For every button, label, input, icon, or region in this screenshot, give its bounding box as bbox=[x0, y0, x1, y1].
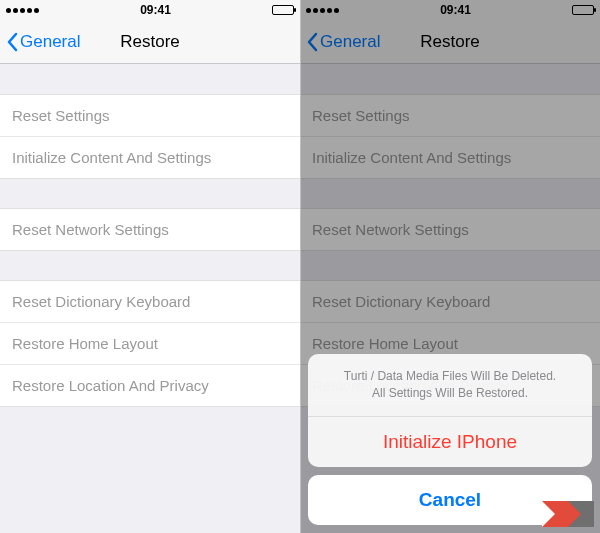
back-button[interactable]: General bbox=[0, 32, 80, 52]
action-sheet-group: Turti / Data Media Files Will Be Deleted… bbox=[308, 354, 592, 467]
sheet-message-line: Turti / Data Media Files Will Be Deleted… bbox=[324, 368, 576, 385]
settings-group: Reset Settings Initialize Content And Se… bbox=[300, 94, 600, 179]
reset-settings-cell[interactable]: Reset Settings bbox=[0, 94, 300, 137]
settings-group: Reset Settings Initialize Content And Se… bbox=[0, 94, 300, 179]
chevron-left-icon bbox=[6, 32, 18, 52]
restore-home-cell[interactable]: Restore Home Layout bbox=[0, 322, 300, 365]
restore-location-cell[interactable]: Restore Location And Privacy bbox=[0, 364, 300, 407]
screen-divider bbox=[300, 0, 301, 533]
reset-dictionary-cell[interactable]: Reset Dictionary Keyboard bbox=[300, 280, 600, 323]
settings-list: Reset Settings Initialize Content And Se… bbox=[0, 94, 300, 407]
reset-network-cell[interactable]: Reset Network Settings bbox=[0, 208, 300, 251]
initialize-iphone-button[interactable]: Initialize IPhone bbox=[308, 417, 592, 467]
sheet-message-line: All Settings Will Be Restored. bbox=[324, 385, 576, 402]
status-right bbox=[572, 5, 594, 15]
chevron-left-icon bbox=[306, 32, 318, 52]
back-label: General bbox=[320, 32, 380, 52]
nav-bar: General Restore bbox=[300, 20, 600, 64]
settings-group: Reset Dictionary Keyboard Restore Home L… bbox=[0, 280, 300, 407]
action-sheet: Turti / Data Media Files Will Be Deleted… bbox=[308, 354, 592, 525]
action-sheet-message: Turti / Data Media Files Will Be Deleted… bbox=[308, 354, 592, 417]
initialize-content-cell[interactable]: Initialize Content And Settings bbox=[300, 136, 600, 179]
watermark-icon bbox=[568, 501, 594, 527]
status-left bbox=[6, 8, 39, 13]
screen-right: 09:41 General Restore Reset Settings Ini… bbox=[300, 0, 600, 533]
status-right bbox=[272, 5, 294, 15]
battery-icon bbox=[572, 5, 594, 15]
watermark-badge bbox=[542, 501, 594, 527]
reset-settings-cell[interactable]: Reset Settings bbox=[300, 94, 600, 137]
back-button[interactable]: General bbox=[300, 32, 380, 52]
nav-bar: General Restore bbox=[0, 20, 300, 64]
signal-icon bbox=[6, 8, 39, 13]
status-time: 09:41 bbox=[440, 3, 471, 17]
battery-icon bbox=[272, 5, 294, 15]
status-left bbox=[306, 8, 339, 13]
status-bar: 09:41 bbox=[0, 0, 300, 20]
settings-group: Reset Network Settings bbox=[300, 208, 600, 251]
reset-network-cell[interactable]: Reset Network Settings bbox=[300, 208, 600, 251]
watermark-icon bbox=[542, 501, 568, 527]
initialize-content-cell[interactable]: Initialize Content And Settings bbox=[0, 136, 300, 179]
back-label: General bbox=[20, 32, 80, 52]
signal-icon bbox=[306, 8, 339, 13]
settings-group: Reset Network Settings bbox=[0, 208, 300, 251]
screen-left: 09:41 General Restore Reset Settings Ini… bbox=[0, 0, 300, 533]
reset-dictionary-cell[interactable]: Reset Dictionary Keyboard bbox=[0, 280, 300, 323]
status-time: 09:41 bbox=[140, 3, 171, 17]
status-bar: 09:41 bbox=[300, 0, 600, 20]
